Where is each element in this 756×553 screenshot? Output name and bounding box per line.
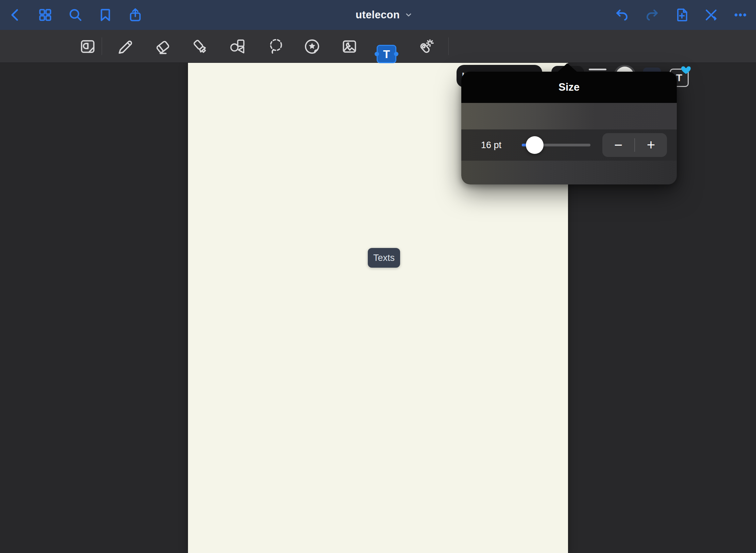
size-slider-thumb[interactable] bbox=[526, 136, 544, 154]
selection-handle-left bbox=[375, 52, 379, 56]
redo-button[interactable] bbox=[641, 0, 663, 30]
zoom-window-tool-button[interactable] bbox=[75, 30, 101, 63]
decrease-size-button[interactable]: − bbox=[602, 133, 634, 157]
popover-spacer-top bbox=[461, 103, 677, 129]
toolbar-divider bbox=[448, 37, 449, 55]
back-icon bbox=[8, 7, 23, 22]
elements-sticker-icon bbox=[303, 37, 321, 56]
texts-tooltip: Texts bbox=[368, 248, 400, 268]
zoom-window-icon bbox=[79, 37, 97, 56]
redo-icon bbox=[645, 7, 659, 22]
text-tool-button-active[interactable]: T bbox=[377, 45, 396, 63]
size-stepper: − + bbox=[602, 133, 667, 157]
thumbnails-button[interactable] bbox=[34, 0, 56, 30]
add-page-button[interactable] bbox=[671, 0, 693, 30]
back-button[interactable] bbox=[4, 0, 27, 30]
highlighter-tool-button[interactable] bbox=[187, 30, 213, 63]
eraser-tool-button[interactable] bbox=[150, 30, 175, 63]
undo-icon bbox=[615, 7, 630, 22]
tool-bar: T HiraginoSans-... 16 T bbox=[0, 30, 756, 63]
document-title-group[interactable]: utelecon bbox=[343, 0, 425, 30]
eraser-icon bbox=[153, 37, 172, 56]
shapes-icon bbox=[228, 37, 246, 56]
laser-pointer-icon bbox=[416, 37, 434, 56]
image-tool-button[interactable] bbox=[337, 30, 362, 63]
heart-icon bbox=[680, 64, 692, 75]
highlighter-icon bbox=[191, 37, 209, 56]
elements-tool-button[interactable] bbox=[299, 30, 325, 63]
popover-title: Size bbox=[559, 81, 580, 93]
toolbar-divider bbox=[102, 37, 102, 55]
increase-size-button[interactable]: + bbox=[635, 133, 667, 157]
chevron-down-icon bbox=[405, 11, 413, 19]
size-slider-row: 16 pt − + bbox=[461, 129, 677, 161]
lasso-icon bbox=[267, 37, 285, 56]
pen-tool-button[interactable] bbox=[112, 30, 138, 63]
share-button[interactable] bbox=[124, 0, 147, 30]
pen-icon bbox=[116, 37, 134, 56]
shapes-tool-button[interactable] bbox=[224, 30, 250, 63]
grid-view-icon bbox=[38, 7, 53, 22]
image-icon bbox=[340, 37, 359, 56]
pen-mode-toggle-button[interactable] bbox=[700, 0, 722, 30]
size-value-label: 16 pt bbox=[481, 129, 501, 161]
undo-button[interactable] bbox=[611, 0, 633, 30]
popover-arrow bbox=[557, 63, 577, 72]
bookmark-button[interactable] bbox=[94, 0, 117, 30]
popover-header: Size bbox=[461, 72, 677, 103]
selection-handle-right bbox=[394, 52, 398, 56]
bookmark-icon bbox=[98, 7, 113, 22]
pen-mode-toggle-icon bbox=[704, 7, 719, 22]
tooltip-label: Texts bbox=[373, 253, 395, 263]
search-button[interactable] bbox=[64, 0, 87, 30]
page-title: utelecon bbox=[356, 9, 400, 21]
size-popover: Size 16 pt − + bbox=[461, 72, 677, 184]
share-icon bbox=[128, 7, 143, 22]
text-tool-glyph: T bbox=[383, 49, 390, 60]
size-slider[interactable] bbox=[522, 144, 590, 146]
laser-pointer-tool-button[interactable] bbox=[412, 30, 438, 63]
top-navigation-bar: utelecon bbox=[0, 0, 756, 30]
lasso-tool-button[interactable] bbox=[263, 30, 289, 63]
add-page-icon bbox=[674, 7, 689, 22]
search-icon bbox=[68, 7, 83, 22]
more-button[interactable] bbox=[729, 0, 752, 30]
more-icon bbox=[733, 7, 748, 22]
popover-spacer-bottom bbox=[461, 161, 677, 184]
